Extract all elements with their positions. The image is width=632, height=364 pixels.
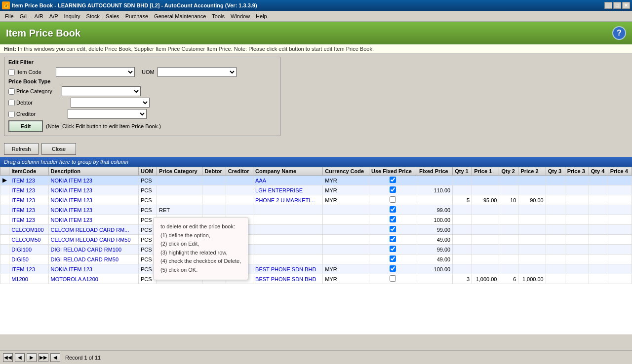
table-cell[interactable] — [369, 195, 417, 205]
col-header-price4[interactable]: Price 4 — [608, 167, 632, 176]
col-header-qty3[interactable]: Qty 3 — [546, 167, 565, 176]
table-cell: MOTOROLA A1200 — [48, 274, 138, 284]
refresh-button[interactable]: Refresh — [4, 143, 39, 155]
menu-ap[interactable]: A/P — [46, 12, 61, 20]
table-cell — [589, 245, 608, 255]
table-cell[interactable] — [369, 274, 417, 284]
table-cell — [253, 235, 323, 245]
menu-inquiry[interactable]: Inquiry — [61, 12, 83, 20]
col-header-price3[interactable]: Price 3 — [565, 167, 589, 176]
help-button[interactable]: ? — [612, 26, 626, 40]
menu-help[interactable]: Help — [253, 12, 270, 20]
col-header-qty2[interactable]: Qty 2 — [499, 167, 518, 176]
table-cell[interactable] — [369, 235, 417, 245]
nav-prev-button[interactable]: ◀ — [15, 353, 25, 362]
table-cell — [499, 185, 518, 195]
table-cell[interactable] — [369, 215, 417, 225]
data-table: ItemCode Description UOM Price Category … — [0, 167, 632, 284]
data-table-container[interactable]: ItemCode Description UOM Price Category … — [0, 167, 632, 334]
table-cell: ITEM 123 — [9, 215, 48, 225]
table-row[interactable]: ITEM 123NOKIA ITEM 123PCSRET99.00 — [0, 205, 632, 215]
col-header-qty1[interactable]: Qty 1 — [453, 167, 472, 176]
table-cell — [472, 205, 499, 215]
table-row[interactable]: ▶ITEM 123NOKIA ITEM 123PCSAAAMYR — [0, 176, 632, 185]
table-row[interactable]: ITEM 123NOKIA ITEM 123PCSPHONE 2 U MARKE… — [0, 195, 632, 205]
price-category-row: Price Category — [8, 86, 276, 96]
col-header-fixed-price[interactable]: Fixed Price — [417, 167, 452, 176]
table-cell — [518, 185, 546, 195]
col-header-uom[interactable]: UOM — [138, 167, 157, 176]
menu-file[interactable]: File — [2, 12, 17, 20]
page-header: Item Price Book ? — [0, 22, 632, 44]
table-cell — [202, 195, 226, 205]
debtor-checkbox[interactable] — [8, 100, 15, 106]
menu-bar: File G/L A/R A/P Inquiry Stock Sales Pur… — [0, 11, 632, 22]
table-cell[interactable] — [369, 185, 417, 195]
nav-first-button[interactable]: ◀◀ — [3, 353, 13, 362]
creditor-select[interactable] — [68, 109, 147, 119]
table-row[interactable]: DIGI100DIGI RELOAD CARD RM100PCSRET99.00 — [0, 245, 632, 255]
col-header-itemcode[interactable]: ItemCode — [9, 167, 48, 176]
price-category-checkbox[interactable] — [8, 88, 15, 95]
table-cell — [546, 255, 565, 264]
nav-next-button[interactable]: ▶ — [27, 353, 37, 362]
close-window-button[interactable]: ✕ — [622, 2, 630, 9]
col-header-currency-code[interactable]: Currency Code — [323, 167, 369, 176]
table-cell[interactable] — [369, 176, 417, 185]
table-cell[interactable] — [369, 264, 417, 274]
table-cell — [157, 195, 202, 205]
table-row[interactable]: ITEM 123NOKIA ITEM 123PCSLGH ENTERPRISEM… — [0, 185, 632, 195]
table-row[interactable]: CELCOM50CELCOM RELOAD CARD RM50PCSRET49.… — [0, 235, 632, 245]
menu-tools[interactable]: Tools — [209, 12, 228, 20]
uom-select[interactable] — [158, 67, 237, 77]
table-row[interactable]: ITEM 123NOKIA ITEM 123PCSBEST PHONE SDN … — [0, 264, 632, 274]
table-cell: NOKIA ITEM 123 — [48, 205, 138, 215]
table-cell — [499, 264, 518, 274]
creditor-checkbox[interactable] — [8, 111, 15, 117]
item-code-checkbox[interactable] — [8, 69, 15, 75]
menu-sales[interactable]: Sales — [103, 12, 122, 20]
debtor-row: Debtor — [8, 98, 276, 108]
maximize-button[interactable]: □ — [613, 2, 621, 9]
table-row[interactable]: M1200MOTOROLA A1200PCSBEST PHONE SDN BHD… — [0, 274, 632, 284]
minimize-button[interactable]: _ — [604, 2, 612, 9]
col-header-creditor[interactable]: Creditor — [226, 167, 253, 176]
menu-purchase[interactable]: Purchase — [122, 12, 151, 20]
col-header-use-fixed-price[interactable]: Use Fixed Price — [369, 167, 417, 176]
menu-gl[interactable]: G/L — [17, 12, 32, 20]
nav-back-button[interactable]: ◀ — [50, 353, 60, 362]
table-row[interactable]: DIGI50DIGI RELOAD CARD RM50PCSRET49.00 — [0, 255, 632, 264]
debtor-select[interactable] — [71, 98, 150, 108]
table-cell — [453, 176, 472, 185]
col-header-price1[interactable]: Price 1 — [472, 167, 499, 176]
table-cell: 99.00 — [417, 245, 452, 255]
table-row[interactable]: ITEM 123NOKIA ITEM 123PCSWH100.00 — [0, 215, 632, 225]
col-header-price-category[interactable]: Price Category — [157, 167, 202, 176]
table-cell[interactable] — [369, 225, 417, 235]
col-header-qty4[interactable]: Qty 4 — [589, 167, 608, 176]
table-row[interactable]: CELCOM100CELCOM RELOAD CARD RM...PCSRET9… — [0, 225, 632, 235]
menu-ar[interactable]: A/R — [31, 12, 46, 20]
item-code-select[interactable] — [56, 67, 135, 77]
menu-stock[interactable]: Stock — [83, 12, 103, 20]
table-cell[interactable] — [369, 245, 417, 255]
col-header-description[interactable]: Description — [48, 167, 138, 176]
menu-window[interactable]: Window — [228, 12, 253, 20]
menu-general-maintenance[interactable]: General Maintenance — [151, 12, 209, 20]
edit-button[interactable]: Edit — [8, 120, 43, 132]
col-header-debtor[interactable]: Debtor — [202, 167, 226, 176]
table-cell: DIGI50 — [9, 255, 48, 264]
table-cell[interactable] — [369, 205, 417, 215]
table-cell — [608, 264, 632, 274]
table-cell — [499, 225, 518, 235]
table-cell: 95.00 — [472, 195, 499, 205]
col-header-company-name[interactable]: Company Name — [253, 167, 323, 176]
col-header-price2[interactable]: Price 2 — [518, 167, 546, 176]
nav-last-button[interactable]: ▶▶ — [39, 353, 48, 362]
table-cell — [589, 255, 608, 264]
table-cell — [253, 245, 323, 255]
table-cell[interactable] — [369, 255, 417, 264]
price-category-select[interactable] — [62, 86, 141, 96]
table-cell — [546, 176, 565, 185]
close-button[interactable]: Close — [41, 143, 76, 155]
